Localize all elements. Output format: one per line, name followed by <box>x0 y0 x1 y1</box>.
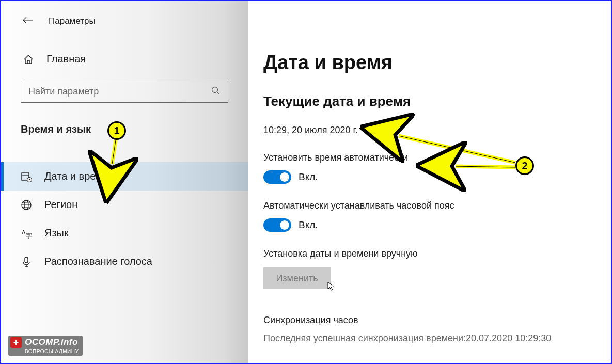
manual-datetime-label: Установка даты и времени вручную <box>263 248 595 259</box>
change-button: Изменить <box>263 267 331 289</box>
annotation-badge-1: 1 <box>107 121 126 140</box>
sidebar-item-speech[interactable]: Распознавание голоса <box>1 247 248 276</box>
sync-section-title: Синхронизация часов <box>263 315 595 326</box>
sidebar-item-label: Распознавание голоса <box>44 256 152 267</box>
sidebar-item-label: Дата и время <box>44 170 108 182</box>
last-sync-text: Последняя успешная синхронизация времени… <box>263 333 595 344</box>
svg-rect-7 <box>25 257 28 263</box>
watermark-plus-icon: + <box>10 337 22 348</box>
toggle-state-label: Вкл. <box>299 171 318 183</box>
change-button-label: Изменить <box>276 273 318 284</box>
sidebar-item-language[interactable]: A字 Язык <box>1 219 248 247</box>
svg-point-0 <box>212 87 218 92</box>
svg-text:A: A <box>22 229 26 235</box>
sidebar-home[interactable]: Главная <box>1 33 248 69</box>
calendar-clock-icon <box>21 171 32 182</box>
auto-timezone-label: Автоматически устанавливать часовой пояс <box>263 200 595 211</box>
svg-text:字: 字 <box>26 232 32 239</box>
globe-icon <box>21 199 32 211</box>
microphone-icon <box>21 256 32 267</box>
sidebar-item-region[interactable]: Регион <box>1 191 248 219</box>
sidebar-home-label: Главная <box>46 53 86 65</box>
search-input[interactable]: Найти параметр <box>21 81 228 103</box>
watermark-text: OCOMP.info <box>25 337 78 347</box>
cursor-icon <box>327 281 336 294</box>
auto-time-label: Установить время автоматически <box>263 152 595 163</box>
window-title: Параметры <box>49 16 96 26</box>
toggle-state-label: Вкл. <box>299 219 318 231</box>
sidebar-item-label: Регион <box>44 199 77 211</box>
home-icon <box>23 54 34 65</box>
watermark: + OCOMP.info ВОПРОСЫ АДМИНУ <box>8 336 83 356</box>
section-current-datetime: Текущие дата и время <box>263 93 595 109</box>
sidebar-item-datetime[interactable]: Дата и время <box>1 162 248 191</box>
back-button[interactable] <box>23 15 33 26</box>
sidebar-item-label: Язык <box>44 227 69 239</box>
page-title: Дата и время <box>263 1 595 74</box>
auto-timezone-toggle[interactable] <box>263 218 291 232</box>
auto-time-toggle[interactable] <box>263 170 291 184</box>
language-icon: A字 <box>21 228 32 239</box>
annotation-badge-2: 2 <box>515 156 534 175</box>
search-placeholder: Найти параметр <box>28 86 99 97</box>
current-datetime: 10:29, 20 июля 2020 г. <box>263 125 595 136</box>
search-icon <box>211 86 221 98</box>
watermark-subtitle: ВОПРОСЫ АДМИНУ <box>8 348 83 356</box>
